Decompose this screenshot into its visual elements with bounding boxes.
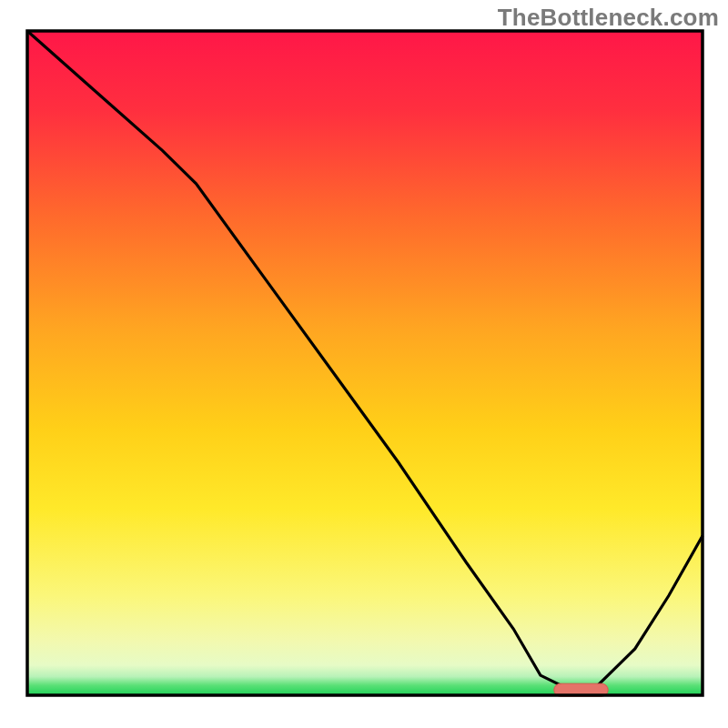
bottleneck-chart — [0, 0, 728, 728]
chart-stage: TheBottleneck.com — [0, 0, 728, 728]
watermark-text: TheBottleneck.com — [498, 4, 719, 32]
plot-background — [27, 31, 703, 695]
